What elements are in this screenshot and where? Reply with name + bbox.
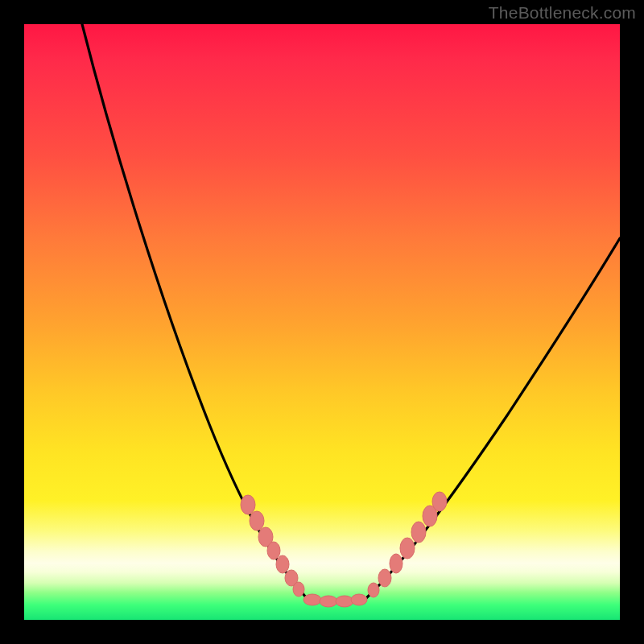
svg-point-10 [351,594,367,605]
svg-point-4 [276,555,289,573]
svg-point-9 [336,596,353,607]
curve-path [82,24,620,602]
plot-area [24,24,620,620]
markers-right [368,492,447,597]
svg-point-3 [267,542,280,559]
bottleneck-curve [24,24,620,620]
markers-left [241,495,304,597]
chart-frame: TheBottleneck.com [0,0,644,644]
svg-point-8 [320,596,337,607]
svg-point-14 [400,538,415,559]
svg-point-17 [432,492,447,511]
svg-point-7 [303,594,321,605]
svg-point-12 [378,569,391,587]
svg-point-0 [241,495,255,514]
svg-point-15 [411,522,426,543]
svg-point-13 [390,554,402,573]
svg-point-11 [368,583,379,597]
svg-point-1 [250,511,264,530]
svg-point-6 [293,582,304,597]
watermark-text: TheBottleneck.com [489,3,636,23]
markers-bottom [303,594,367,607]
